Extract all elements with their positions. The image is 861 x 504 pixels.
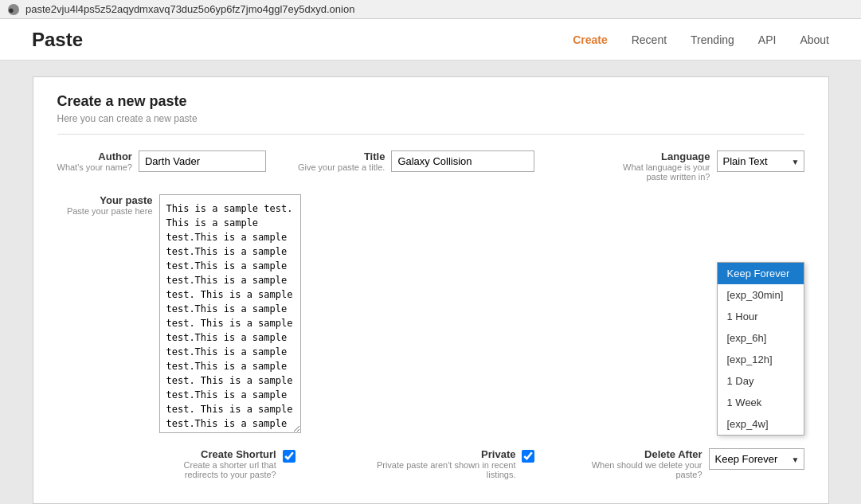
shorturl-label-col: Create Shorturl Create a shorter url tha… [159, 448, 276, 479]
browser-icon: ● [8, 4, 19, 15]
paste-label: Your paste [57, 194, 153, 206]
private-checkbox[interactable] [522, 450, 534, 463]
page-subtitle: Here you can create a new paste [57, 113, 804, 135]
private-sublabel: Private paste aren't shown in recent lis… [375, 460, 516, 479]
nav-recent[interactable]: Recent [632, 33, 667, 46]
private-label: Private [375, 448, 516, 460]
expiry-option-keep-forever[interactable]: Keep Forever [718, 263, 804, 284]
nav-bar: Paste Create Recent Trending API About [0, 19, 861, 61]
author-label-col: Author What's your name? [57, 150, 132, 172]
title-label: Title [298, 150, 385, 162]
nav-links: Create Recent Trending API About [573, 33, 829, 46]
site-logo[interactable]: Paste [32, 29, 83, 51]
paste-textarea[interactable]: This is a sample test. This is a sample … [159, 194, 301, 433]
shorturl-sublabel: Create a shorter url that redirects to y… [159, 460, 276, 479]
delete-after-select[interactable]: Keep Forever [exp_30min] 1 Hour [exp_6h]… [709, 448, 804, 470]
private-checkbox-wrapper [522, 450, 534, 463]
nav-about[interactable]: About [800, 33, 829, 46]
shorturl-label: Create Shorturl [159, 448, 276, 460]
author-sublabel: What's your name? [57, 162, 132, 172]
nav-create[interactable]: Create [573, 33, 608, 46]
shorturl-field: Create Shorturl Create a shorter url tha… [159, 448, 295, 479]
author-label: Author [57, 150, 132, 162]
fields-row: Author What's your name? Title Give your… [57, 150, 804, 182]
expiry-option-30min[interactable]: [exp_30min] [718, 284, 804, 306]
title-label-col: Title Give your paste a title. [298, 150, 385, 172]
expiry-option-1week[interactable]: 1 Week [718, 392, 804, 413]
author-field-block: Author What's your name? [57, 150, 266, 172]
language-input-col: Plain Text C C++ Python JavaScript Java … [717, 150, 804, 172]
expiry-option-12h[interactable]: [exp_12h] [718, 349, 804, 370]
title-input-col [391, 150, 534, 172]
delete-after-sublabel: When should we delete your paste? [566, 460, 702, 479]
nav-api[interactable]: API [758, 33, 777, 46]
language-label-col: Language What language is your paste wri… [615, 150, 710, 182]
private-label-col: Private Private paste aren't shown in re… [375, 448, 516, 479]
page-title: Create a new paste [57, 93, 804, 110]
title-field-block: Title Give your paste a title. [298, 150, 534, 172]
expiry-option-1day[interactable]: 1 Day [718, 370, 804, 392]
title-bar: ● paste2vju4l4ps5z52aqydmxavq73duz5o6yp6… [0, 0, 861, 19]
private-field: Private Private paste aren't shown in re… [375, 448, 535, 479]
paste-area-wrapper: This is a sample test. This is a sample … [159, 194, 804, 436]
expiry-dropdown: Keep Forever [exp_30min] 1 Hour [exp_6h]… [717, 262, 804, 436]
paste-sublabel: Paste your paste here [57, 206, 153, 216]
paste-section: Your paste Paste your paste here This is… [57, 194, 804, 436]
expiry-option-4w[interactable]: [exp_4w] [718, 413, 804, 435]
delete-after-label: Delete After [566, 448, 702, 460]
delete-after-label-col: Delete After When should we delete your … [566, 448, 702, 479]
language-select-wrapper: Plain Text C C++ Python JavaScript Java … [717, 150, 804, 172]
title-input[interactable] [391, 150, 534, 172]
language-select[interactable]: Plain Text C C++ Python JavaScript Java … [717, 150, 804, 172]
expiry-option-1hour[interactable]: 1 Hour [718, 306, 804, 327]
language-field-block: Language What language is your paste wri… [615, 150, 804, 182]
paste-label-col: Your paste Paste your paste here [57, 194, 153, 436]
main-container: Create a new paste Here you can create a… [33, 76, 829, 504]
language-label: Language [615, 150, 710, 162]
nav-trending[interactable]: Trending [691, 33, 734, 46]
delete-after-section: Delete After When should we delete your … [566, 448, 804, 479]
shorturl-checkbox-wrapper [283, 450, 295, 463]
title-sublabel: Give your paste a title. [298, 162, 385, 172]
author-input-col [139, 150, 266, 172]
author-input[interactable] [139, 150, 266, 172]
language-sublabel: What language is your paste written in? [615, 162, 710, 182]
url-bar: paste2vju4l4ps5z52aqydmxavq73duz5o6yp6fz… [25, 3, 354, 15]
shorturl-checkbox[interactable] [283, 450, 295, 463]
bottom-section: Create Shorturl Create a shorter url tha… [57, 448, 804, 479]
expiry-option-6h[interactable]: [exp_6h] [718, 327, 804, 349]
delete-after-select-wrapper: Keep Forever [exp_30min] 1 Hour [exp_6h]… [709, 448, 804, 470]
